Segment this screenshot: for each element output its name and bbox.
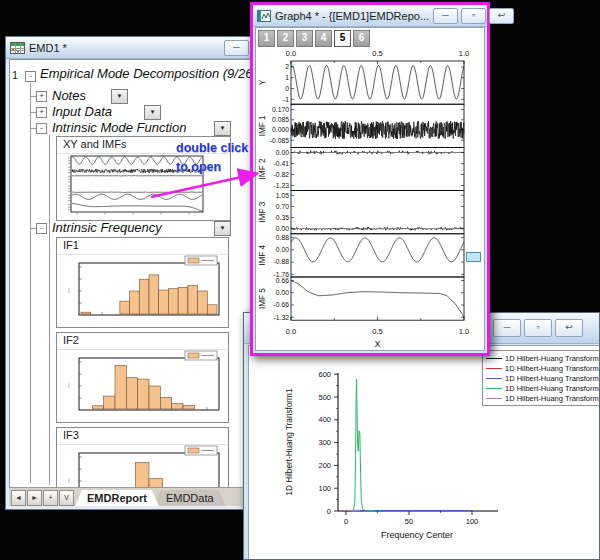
graph4-window: Graph4 * - {[EMD1]EMDRepo... ─ ▫ ↩ 12345… — [250, 2, 490, 356]
layer-button-5[interactable]: 5 — [334, 30, 351, 47]
legend-label: 1D Hilbert-Huang Transform5 — [505, 394, 600, 403]
sheet-list-button[interactable]: V — [59, 490, 74, 506]
graph4-maximize-button[interactable]: ▫ — [461, 8, 486, 24]
svg-text:IMF 4: IMF 4 — [258, 244, 267, 265]
legend-label: 1D Hilbert-Huang Transform2 — [505, 364, 600, 373]
svg-text:|: | — [68, 287, 69, 293]
legend-entry-4: 1D Hilbert-Huang Transform4 — [486, 383, 600, 393]
svg-text:600: 600 — [318, 370, 331, 379]
svg-text:2: 2 — [285, 63, 289, 70]
svg-text:0.5: 0.5 — [372, 327, 382, 336]
hht-minimize-button[interactable]: ─ — [493, 319, 521, 337]
notes-dropdown-button[interactable]: ▼ — [111, 89, 128, 104]
legend-label: 1D Hilbert-Huang Transform1 — [505, 354, 600, 363]
report-row-number: 1 — [12, 69, 18, 81]
hht-maximize-button[interactable]: ▫ — [524, 319, 552, 337]
if1-histogram[interactable]: | — [57, 255, 228, 323]
graph-icon — [257, 10, 271, 22]
legend-line-swatch — [486, 398, 502, 399]
emd1-minimize-button[interactable]: ─ — [224, 40, 249, 56]
svg-text:0.5: 0.5 — [372, 49, 382, 58]
legend-line-swatch — [486, 368, 502, 369]
selection-handle[interactable] — [466, 252, 481, 262]
svg-text:-0.82: -0.82 — [274, 171, 290, 178]
svg-text:1.0: 1.0 — [459, 327, 469, 336]
graph4-minimize-button[interactable]: ─ — [433, 8, 458, 24]
callout-line2: to open — [176, 158, 248, 177]
svg-text:0.00: 0.00 — [276, 149, 289, 156]
svg-text:0.085: 0.085 — [272, 116, 289, 123]
tab-emddata[interactable]: EMDData — [154, 490, 226, 506]
svg-text:0: 0 — [327, 507, 331, 516]
emd1-title: EMD1 * — [29, 42, 67, 54]
report-panel-if3[interactable]: IF3| — [56, 427, 229, 489]
svg-text:0.000: 0.000 — [272, 126, 289, 133]
svg-text:1D Hilbert-Huang Transform1: 1D Hilbert-Huang Transform1 — [285, 388, 294, 495]
imf-expander-icon[interactable]: - — [36, 123, 47, 134]
if-dropdown-button[interactable]: ▼ — [214, 221, 231, 236]
svg-text:IMF 3: IMF 3 — [258, 201, 267, 222]
tree-node-intrinsic-frequency[interactable]: Intrinsic Frequency — [52, 220, 162, 235]
svg-text:-0.66: -0.66 — [274, 301, 290, 308]
svg-text:0.00: 0.00 — [276, 225, 289, 232]
svg-text:0.70: 0.70 — [276, 203, 289, 210]
layer-button-4[interactable]: 4 — [315, 30, 332, 47]
svg-text:0: 0 — [285, 85, 289, 92]
if3-histogram[interactable]: | — [57, 445, 228, 489]
layer-button-2[interactable]: 2 — [277, 30, 294, 47]
emd-panels-chart[interactable]: 0.00.51.0210-1Y0.1700.0850.000-0.085IMF … — [255, 47, 489, 353]
tree-guide-line — [30, 83, 31, 483]
root-expander-icon[interactable]: - — [25, 71, 36, 82]
svg-text:|: | — [68, 382, 69, 388]
tab-scroll-first-button[interactable]: ◄ — [11, 490, 26, 506]
report-panel-if2[interactable]: IF2| — [56, 332, 229, 423]
report-panel-if1[interactable]: IF1| — [56, 237, 229, 328]
imf-dropdown-button[interactable]: ▼ — [214, 121, 231, 136]
legend-entry-3: 1D Hilbert-Huang Transform3 — [486, 373, 600, 383]
legend-line-swatch — [486, 378, 502, 379]
svg-text:0: 0 — [344, 517, 348, 526]
input-data-dropdown-button[interactable]: ▼ — [144, 105, 161, 120]
svg-text:-1: -1 — [283, 96, 289, 103]
input-data-expander-icon[interactable]: + — [36, 107, 47, 118]
layer-button-6[interactable]: 6 — [353, 30, 370, 47]
if-expander-icon[interactable]: - — [36, 223, 47, 234]
svg-text:100: 100 — [318, 484, 331, 493]
svg-text:|: | — [68, 477, 69, 483]
tree-node-intrinsic-mode-function[interactable]: Intrinsic Mode Function — [52, 120, 186, 135]
graph4-restore-button[interactable]: ↩ — [489, 8, 514, 24]
if-panel-title: IF2 — [57, 333, 228, 350]
hht-legend[interactable]: 1D Hilbert-Huang Transform11D Hilbert-Hu… — [482, 350, 600, 406]
notes-expander-icon[interactable]: + — [36, 91, 47, 102]
graph4-titlebar[interactable]: Graph4 * - {[EMD1]EMDRepo... ─ ▫ ↩ — [253, 5, 487, 27]
svg-text:1.05: 1.05 — [276, 192, 289, 199]
add-sheet-button[interactable]: + — [43, 490, 58, 506]
tab-scroll-last-button[interactable]: ► — [27, 490, 42, 506]
svg-text:0.35: 0.35 — [276, 214, 289, 221]
svg-text:100: 100 — [466, 517, 479, 526]
hht-restore-button[interactable]: ↩ — [555, 319, 583, 337]
tab-emdreport[interactable]: EMDReport — [75, 490, 159, 506]
svg-text:400: 400 — [318, 415, 331, 424]
if2-histogram[interactable]: | — [57, 350, 228, 418]
report-root-title: Empirical Mode Decomposition (9/26/2 — [40, 66, 263, 81]
tree-node-input-data[interactable]: Input Data — [52, 104, 112, 119]
tree-guide-line-2 — [49, 135, 50, 485]
if-panel-title: IF1 — [57, 238, 228, 255]
if-panel-title: IF3 — [57, 428, 228, 445]
legend-line-swatch — [486, 358, 502, 359]
svg-text:-1.23: -1.23 — [274, 182, 290, 189]
svg-text:IMF 5: IMF 5 — [258, 288, 267, 309]
svg-text:0.88: 0.88 — [276, 234, 289, 241]
callout-line1: double click — [176, 139, 248, 158]
svg-text:0.66: 0.66 — [276, 277, 289, 284]
svg-text:200: 200 — [318, 461, 331, 470]
graph4-title: Graph4 * - {[EMD1]EMDRepo... — [275, 10, 429, 22]
svg-text:0.0: 0.0 — [286, 49, 296, 58]
svg-text:50: 50 — [405, 517, 413, 526]
layer-button-bar: 123456 — [258, 30, 370, 47]
layer-button-3[interactable]: 3 — [296, 30, 313, 47]
svg-text:300: 300 — [318, 438, 331, 447]
tree-node-notes[interactable]: Notes — [52, 88, 86, 103]
layer-button-1[interactable]: 1 — [258, 30, 275, 47]
